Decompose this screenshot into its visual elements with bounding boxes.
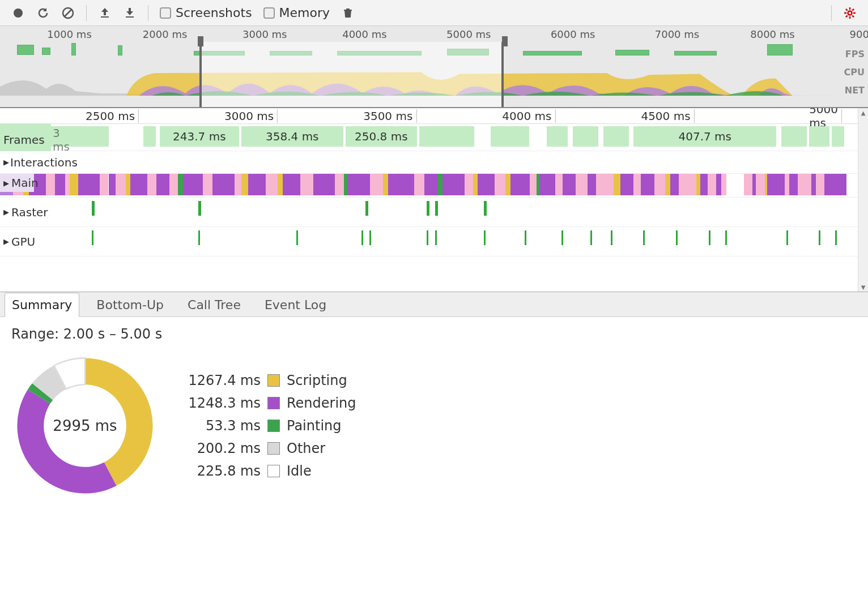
frame-block[interactable] <box>603 126 629 147</box>
frame-block[interactable]: 243.7 ms <box>160 126 240 147</box>
clear-button[interactable] <box>57 2 79 24</box>
main-task[interactable] <box>109 174 116 195</box>
frame-block[interactable] <box>491 126 530 147</box>
tab-summary[interactable]: Summary <box>5 293 79 317</box>
main-task[interactable] <box>183 174 203 195</box>
record-button[interactable] <box>7 2 29 24</box>
main-task[interactable] <box>300 174 313 195</box>
save-profile-button[interactable] <box>118 2 141 24</box>
main-task[interactable] <box>576 174 588 195</box>
main-task[interactable] <box>178 174 183 195</box>
main-task[interactable] <box>465 174 473 195</box>
main-task[interactable] <box>756 174 764 195</box>
main-task[interactable] <box>641 174 655 195</box>
frame-block[interactable]: 358.4 ms <box>241 126 344 147</box>
main-task[interactable] <box>726 174 744 195</box>
memory-checkbox[interactable]: Memory <box>259 6 334 20</box>
gpu-event[interactable] <box>361 230 363 245</box>
main-task[interactable] <box>235 174 241 195</box>
main-task[interactable] <box>335 174 343 195</box>
gpu-event[interactable] <box>725 230 727 245</box>
main-task[interactable] <box>716 174 721 195</box>
raster-event[interactable] <box>427 201 429 216</box>
main-task[interactable] <box>169 174 178 195</box>
main-task[interactable] <box>203 174 212 195</box>
scroll-down-icon[interactable]: ▼ <box>858 283 868 292</box>
main-task[interactable] <box>811 174 816 195</box>
timeline-raster-row[interactable]: ▶ Raster <box>0 198 868 227</box>
gpu-event[interactable] <box>835 230 837 245</box>
tab-bottom-up[interactable]: Bottom-Up <box>90 293 171 316</box>
gpu-event[interactable] <box>435 230 437 245</box>
gpu-event[interactable] <box>786 230 788 245</box>
settings-button[interactable] <box>839 2 861 24</box>
main-task[interactable] <box>130 174 148 195</box>
main-task[interactable] <box>370 174 383 195</box>
raster-event[interactable] <box>365 201 368 216</box>
main-task[interactable] <box>55 174 65 195</box>
main-task[interactable] <box>147 174 156 195</box>
main-task[interactable] <box>442 174 464 195</box>
main-task[interactable] <box>614 174 620 195</box>
main-task[interactable] <box>388 174 414 195</box>
raster-event[interactable] <box>484 201 487 216</box>
main-task[interactable] <box>696 174 701 195</box>
main-task[interactable] <box>824 174 846 195</box>
gpu-event[interactable] <box>676 230 678 245</box>
gpu-event[interactable] <box>296 230 298 245</box>
raster-event[interactable] <box>198 201 201 216</box>
main-task[interactable] <box>620 174 633 195</box>
gpu-event[interactable] <box>198 230 200 245</box>
timeline-scrollbar[interactable]: ▲ ▼ <box>858 108 868 292</box>
main-task[interactable] <box>46 174 54 195</box>
main-task[interactable] <box>100 174 108 195</box>
main-task[interactable] <box>789 174 798 195</box>
main-task[interactable] <box>596 174 614 195</box>
main-task[interactable] <box>248 174 266 195</box>
gpu-event[interactable] <box>590 230 592 245</box>
tab-event-log[interactable]: Event Log <box>258 293 333 316</box>
main-task[interactable] <box>278 174 283 195</box>
frame-block[interactable] <box>809 126 830 147</box>
gpu-event[interactable] <box>525 230 526 245</box>
selection-handle-right[interactable] <box>502 36 508 46</box>
main-task[interactable] <box>344 174 348 195</box>
main-task[interactable] <box>313 174 335 195</box>
main-task[interactable] <box>156 174 169 195</box>
screenshots-checkbox[interactable]: Screenshots <box>155 6 257 20</box>
main-task[interactable] <box>348 174 369 195</box>
main-task[interactable] <box>70 174 78 195</box>
main-task[interactable] <box>670 174 679 195</box>
selection-handle-left[interactable] <box>198 36 203 46</box>
main-task[interactable] <box>78 174 100 195</box>
timeline-interactions-row[interactable]: ▶ Interactions <box>0 151 868 174</box>
main-task[interactable] <box>530 174 537 195</box>
frame-block[interactable] <box>547 126 568 147</box>
timeline-frames-row[interactable]: Frames 3 ms 243.7 ms358.4 ms250.8 ms407.… <box>0 124 868 151</box>
main-task[interactable] <box>241 174 248 195</box>
main-task[interactable] <box>708 174 716 195</box>
main-task[interactable] <box>665 174 670 195</box>
main-task[interactable] <box>495 174 505 195</box>
main-task[interactable] <box>744 174 752 195</box>
main-task[interactable] <box>654 174 665 195</box>
main-task[interactable] <box>212 174 234 195</box>
main-task[interactable] <box>116 174 126 195</box>
main-task[interactable] <box>424 174 437 195</box>
main-task[interactable] <box>65 174 70 195</box>
tab-call-tree[interactable]: Call Tree <box>181 293 248 316</box>
frame-block[interactable] <box>143 126 156 147</box>
gpu-event[interactable] <box>561 230 563 245</box>
frame-block[interactable]: 407.7 ms <box>633 126 777 147</box>
main-task[interactable] <box>505 174 510 195</box>
main-task[interactable] <box>798 174 812 195</box>
main-task[interactable] <box>126 174 130 195</box>
gpu-event[interactable] <box>819 230 820 245</box>
timeline-gpu-row[interactable]: ▶ GPU <box>0 227 868 256</box>
gpu-event[interactable] <box>709 230 710 245</box>
main-task[interactable] <box>383 174 388 195</box>
main-task[interactable] <box>540 174 556 195</box>
overview-strip[interactable]: 1000 ms 2000 ms 3000 ms 4000 ms 5000 ms … <box>0 26 868 108</box>
gpu-event[interactable] <box>643 230 645 245</box>
gpu-event[interactable] <box>611 230 612 245</box>
